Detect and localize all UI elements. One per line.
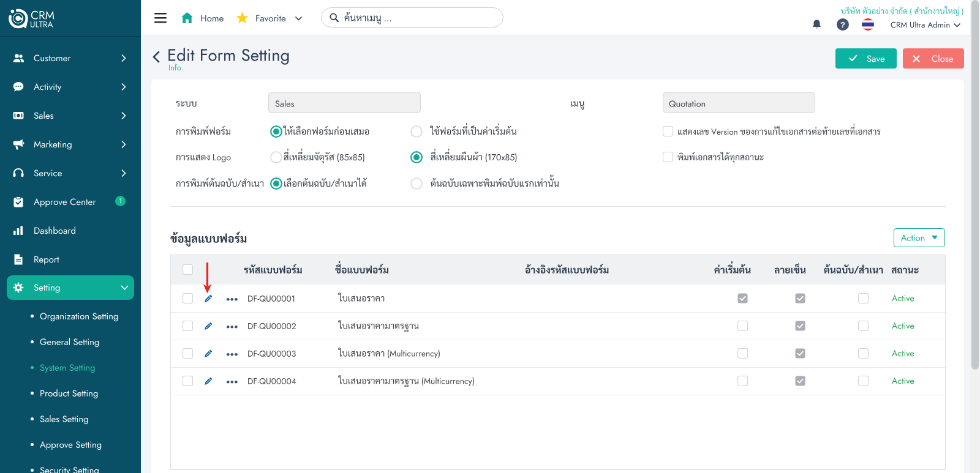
svg-text:?: ? bbox=[840, 20, 845, 29]
